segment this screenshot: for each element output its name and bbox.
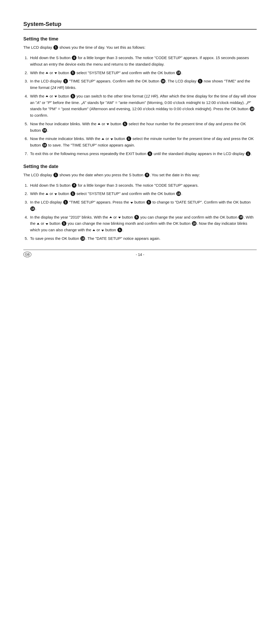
icon-lcd-5: 1 xyxy=(53,173,58,177)
time-step-1: Hold down the S button 4 for a little lo… xyxy=(29,55,257,68)
icon-button-5-5: 5 xyxy=(71,191,75,196)
section-date-title: Setting the date xyxy=(23,164,257,169)
section-setting-time: Setting the time The LCD display 1 shows… xyxy=(23,36,257,157)
icon-s-button-3: 4 xyxy=(72,183,76,188)
arrow-up-icon-2 xyxy=(46,95,48,97)
page-title: System-Setup xyxy=(23,21,257,27)
time-step-4: With the or button 5 you can switch to t… xyxy=(29,93,257,119)
icon-ok-2: 18 xyxy=(161,79,165,83)
icon-ok-3: 18 xyxy=(250,107,254,111)
arrow-down-icon-7 xyxy=(118,217,121,219)
date-step-4: In the display the year "2010" blinks. W… xyxy=(29,214,257,233)
arrow-up-icon-4 xyxy=(102,138,104,140)
icon-lcd-6: 1 xyxy=(63,200,68,205)
date-step-1: Hold down the S button 4 for a little lo… xyxy=(29,182,257,189)
icon-ok-8: 18 xyxy=(239,215,243,220)
date-step-3: In the LCD display 1 "TIME SETUP" appear… xyxy=(29,199,257,212)
arrow-down-icon-3 xyxy=(107,123,109,125)
arrow-up-icon-6 xyxy=(109,216,112,218)
icon-ok-4: 18 xyxy=(42,128,47,133)
icon-ok-6: 18 xyxy=(176,191,181,196)
section-date-intro: The LCD display 1 shows you the date whe… xyxy=(23,172,257,178)
time-step-5: Now the hour indicator blinks. With the … xyxy=(29,121,257,134)
arrow-down-icon-4 xyxy=(110,138,113,140)
icon-ok-1: 18 xyxy=(176,71,181,75)
arrow-up-icon-5 xyxy=(46,193,48,195)
arrow-up-icon-1 xyxy=(46,72,48,74)
date-step-2: With the or button 5 select "SYSTEM SETU… xyxy=(29,191,257,197)
icon-lcd-1: 1 xyxy=(53,45,58,50)
icon-lcd-4: 1 xyxy=(246,151,250,156)
icon-ok-9: 18 xyxy=(192,221,197,226)
section-time-intro: The LCD display 1 shows you the time of … xyxy=(23,44,257,51)
icon-lcd-3: 1 xyxy=(198,79,202,83)
page-footer: GB - 14 - xyxy=(23,250,257,257)
arrow-down-icon-6 xyxy=(130,202,133,204)
arrow-down-icon-2 xyxy=(54,96,57,97)
date-steps-list: Hold down the S button 4 for a little lo… xyxy=(29,182,257,242)
time-step-6: Now the minute indicator blinks. With th… xyxy=(29,136,257,149)
icon-button-5-3: 5 xyxy=(123,122,127,126)
icon-button-5-2: 5 xyxy=(71,94,75,99)
arrow-up-icon-8 xyxy=(93,229,95,231)
time-format-24: 24 HR xyxy=(52,85,63,90)
arrow-up-icon-7 xyxy=(37,223,39,225)
icon-button-5-7: 5 xyxy=(134,215,139,220)
time-step-7: To exit this or the following menus pres… xyxy=(29,151,257,157)
arrow-down-icon-5 xyxy=(54,193,57,195)
arrow-down-icon-9 xyxy=(101,230,104,232)
time-step-2: With the or button 5 select "SYSTEM SETU… xyxy=(29,70,257,76)
icon-s-button-1: 4 xyxy=(72,55,76,60)
icon-ok-5: 18 xyxy=(42,143,47,148)
icon-exit-button: 6 xyxy=(148,151,152,156)
arrow-down-icon-8 xyxy=(46,223,48,225)
footer-page-number: - 14 - xyxy=(136,253,144,257)
icon-button-5-1: 5 xyxy=(71,71,75,75)
icon-ok-7: 18 xyxy=(30,206,35,211)
icon-button-5-6: 5 xyxy=(146,200,151,205)
footer-country: GB xyxy=(23,252,31,257)
section-time-title: Setting the time xyxy=(23,36,257,42)
icon-lcd-2: 1 xyxy=(63,79,68,83)
title-divider xyxy=(23,29,257,30)
time-step-3: In the LCD display 1 "TIME SETUP" appear… xyxy=(29,78,257,91)
icon-button-5-8: 5 xyxy=(62,221,66,226)
time-steps-list: Hold down the S button 4 for a little lo… xyxy=(29,55,257,157)
arrow-down-icon-1 xyxy=(54,72,57,74)
icon-ok-10: 18 xyxy=(80,236,85,241)
date-step-5: To save press the OK button 18. The "DAT… xyxy=(29,235,257,242)
icon-button-5-4: 5 xyxy=(127,136,131,141)
icon-s-button-2: 4 xyxy=(145,173,149,177)
arrow-up-icon-3 xyxy=(98,123,100,125)
icon-button-5-9: 5 xyxy=(117,228,122,232)
section-setting-date: Setting the date The LCD display 1 shows… xyxy=(23,164,257,242)
